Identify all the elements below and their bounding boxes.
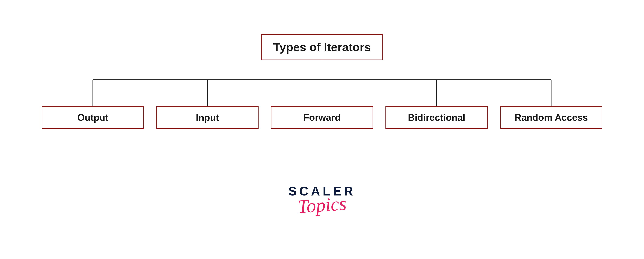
child-label: Input xyxy=(196,112,219,123)
root-label: Types of Iterators xyxy=(273,41,371,54)
child-label: Random Access xyxy=(514,112,588,123)
child-node-bidirectional: Bidirectional xyxy=(386,106,488,129)
child-node-random-access: Random Access xyxy=(500,106,602,129)
child-node-output: Output xyxy=(42,106,144,129)
child-label: Output xyxy=(77,112,108,123)
child-label: Bidirectional xyxy=(408,112,466,123)
child-label: Forward xyxy=(303,112,340,123)
child-node-forward: Forward xyxy=(271,106,373,129)
root-node: Types of Iterators xyxy=(261,34,383,60)
children-row: Output Input Forward Bidirectional Rando… xyxy=(38,106,606,129)
scaler-topics-logo: SCALER Topics xyxy=(288,184,356,216)
logo-line2: Topics xyxy=(297,192,347,218)
child-node-input: Input xyxy=(156,106,258,129)
